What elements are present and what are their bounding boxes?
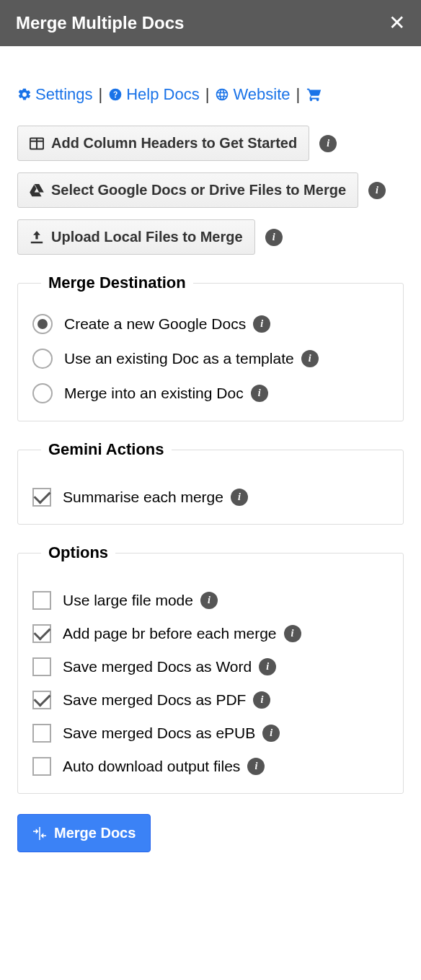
question-circle-icon	[108, 87, 123, 102]
checkbox-auto-download[interactable]: Auto download output files i	[32, 757, 389, 776]
checkbox-input[interactable]	[32, 757, 51, 776]
merge-docs-label: Merge Docs	[54, 825, 136, 841]
gear-icon	[17, 87, 32, 102]
info-icon[interactable]: i	[262, 725, 280, 742]
checkbox-page-break[interactable]: Add page br before each merge i	[32, 624, 389, 643]
dialog-header: Merge Multiple Docs ✕	[0, 0, 421, 46]
info-icon[interactable]: i	[265, 229, 283, 246]
checkbox-label: Summarise each merge	[63, 489, 223, 506]
link-divider: |	[296, 85, 301, 104]
action-row-add-headers: Add Column Headers to Get Started i	[17, 126, 404, 161]
settings-label: Settings	[35, 85, 93, 104]
radio-input[interactable]	[32, 349, 53, 369]
globe-icon	[215, 87, 229, 102]
action-row-upload-local: Upload Local Files to Merge i	[17, 219, 404, 255]
checkbox-summarise[interactable]: Summarise each merge i	[32, 488, 389, 507]
upload-icon	[30, 231, 44, 244]
info-icon[interactable]: i	[284, 625, 301, 642]
help-docs-link[interactable]: Help Docs	[108, 85, 199, 104]
link-divider: |	[99, 85, 103, 104]
info-icon[interactable]: i	[251, 385, 268, 402]
merge-docs-button[interactable]: Merge Docs	[17, 814, 151, 852]
close-icon[interactable]: ✕	[389, 13, 405, 33]
checkbox-input[interactable]	[32, 488, 51, 507]
add-headers-button[interactable]: Add Column Headers to Get Started	[17, 126, 309, 161]
checkbox-label: Use large file mode	[63, 592, 193, 609]
info-icon[interactable]: i	[368, 182, 386, 199]
checkbox-input[interactable]	[32, 691, 51, 709]
checkbox-label: Save merged Docs as ePUB	[63, 725, 255, 742]
radio-create-new[interactable]: Create a new Google Docs i	[32, 314, 389, 334]
info-icon[interactable]: i	[247, 758, 265, 775]
info-icon[interactable]: i	[253, 315, 270, 333]
radio-input[interactable]	[32, 383, 53, 403]
checkbox-save-pdf[interactable]: Save merged Docs as PDF i	[32, 691, 389, 709]
gemini-actions-legend: Gemini Actions	[41, 440, 172, 459]
add-headers-label: Add Column Headers to Get Started	[51, 135, 297, 152]
website-link[interactable]: Website	[215, 85, 290, 104]
checkbox-large-file[interactable]: Use large file mode i	[32, 591, 389, 610]
top-links: Settings | Help Docs | Website |	[17, 85, 404, 104]
radio-label: Use an existing Doc as a template	[64, 350, 294, 367]
merge-destination-legend: Merge Destination	[41, 274, 193, 292]
info-icon[interactable]: i	[319, 135, 337, 152]
radio-merge-existing[interactable]: Merge into an existing Doc i	[32, 383, 389, 403]
drive-icon	[30, 184, 44, 197]
link-divider: |	[205, 85, 210, 104]
info-icon[interactable]: i	[259, 658, 276, 675]
radio-label: Create a new Google Docs	[64, 315, 246, 333]
checkbox-label: Save merged Docs as PDF	[63, 691, 246, 709]
website-label: Website	[233, 85, 290, 104]
checkbox-label: Auto download output files	[63, 758, 240, 775]
gemini-actions-fieldset: Gemini Actions Summarise each merge i	[17, 440, 404, 525]
radio-label: Merge into an existing Doc	[64, 385, 244, 402]
dialog-content: Settings | Help Docs | Website | Add Col…	[0, 46, 421, 870]
upload-local-button[interactable]: Upload Local Files to Merge	[17, 219, 255, 255]
checkbox-input[interactable]	[32, 657, 51, 676]
info-icon[interactable]: i	[231, 489, 248, 506]
checkbox-label: Save merged Docs as Word	[63, 658, 252, 675]
select-docs-button[interactable]: Select Google Docs or Drive Files to Mer…	[17, 172, 358, 208]
options-legend: Options	[41, 543, 115, 562]
merge-icon	[32, 827, 47, 840]
columns-icon	[30, 137, 44, 150]
store-link[interactable]	[306, 87, 323, 102]
checkbox-input[interactable]	[32, 624, 51, 643]
merge-destination-fieldset: Merge Destination Create a new Google Do…	[17, 274, 404, 421]
help-docs-label: Help Docs	[126, 85, 199, 104]
radio-use-template[interactable]: Use an existing Doc as a template i	[32, 349, 389, 369]
checkbox-input[interactable]	[32, 724, 51, 743]
options-fieldset: Options Use large file mode i Add page b…	[17, 543, 404, 794]
checkbox-save-word[interactable]: Save merged Docs as Word i	[32, 657, 389, 676]
settings-link[interactable]: Settings	[17, 85, 93, 104]
select-docs-label: Select Google Docs or Drive Files to Mer…	[51, 182, 346, 198]
info-icon[interactable]: i	[301, 350, 319, 367]
dialog-title: Merge Multiple Docs	[16, 13, 184, 33]
radio-input[interactable]	[32, 314, 53, 334]
action-row-select-docs: Select Google Docs or Drive Files to Mer…	[17, 172, 404, 208]
info-icon[interactable]: i	[200, 592, 218, 609]
checkbox-label: Add page br before each merge	[63, 625, 277, 642]
cart-icon	[306, 87, 323, 102]
info-icon[interactable]: i	[253, 691, 270, 709]
upload-local-label: Upload Local Files to Merge	[51, 229, 243, 245]
checkbox-save-epub[interactable]: Save merged Docs as ePUB i	[32, 724, 389, 743]
checkbox-input[interactable]	[32, 591, 51, 610]
